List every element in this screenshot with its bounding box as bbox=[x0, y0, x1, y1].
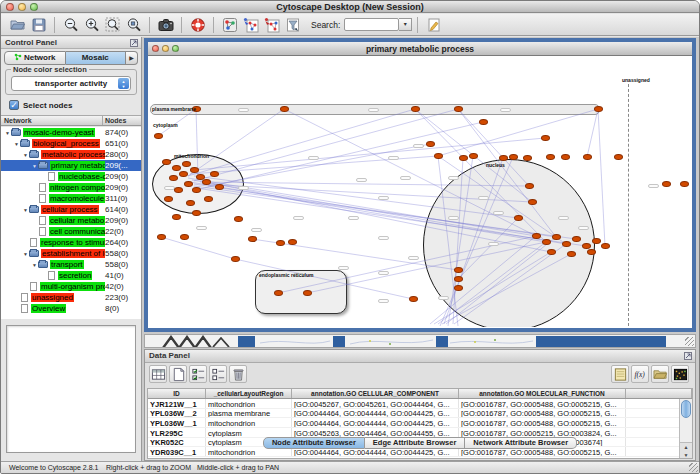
zoom-in-icon[interactable] bbox=[82, 15, 101, 34]
resize-grip-icon[interactable] bbox=[685, 337, 694, 346]
network-node[interactable] bbox=[479, 119, 488, 125]
network-node[interactable] bbox=[546, 154, 555, 160]
tab-edge-attribute-browser[interactable]: Edge Attribute Browser bbox=[365, 437, 465, 449]
network-node[interactable] bbox=[169, 175, 178, 181]
network-node[interactable] bbox=[454, 106, 463, 112]
matrix-icon[interactable] bbox=[671, 365, 689, 383]
table-cell[interactable]: [GO:0016787, GO:0005488, GO:0005215, G..… bbox=[459, 418, 626, 427]
network-node[interactable] bbox=[469, 153, 478, 159]
network-node[interactable] bbox=[184, 181, 193, 187]
network-node[interactable] bbox=[192, 187, 201, 193]
network-node[interactable] bbox=[274, 290, 283, 296]
expand-triangle-icon[interactable]: ▼ bbox=[31, 163, 38, 169]
network-node[interactable] bbox=[190, 167, 199, 173]
network-node[interactable] bbox=[154, 133, 163, 139]
network-node[interactable] bbox=[303, 290, 312, 296]
table-cell[interactable]: [GO:0045263, GO:0044464, GO:0044455, G..… bbox=[292, 428, 459, 437]
tab-network[interactable]: Network bbox=[4, 51, 66, 65]
table-cell[interactable]: YPL036W__1 bbox=[148, 418, 206, 427]
node-color-dropdown[interactable]: transporter activity ▲▼ bbox=[11, 76, 131, 91]
birdseye-view-panel[interactable] bbox=[6, 325, 136, 453]
tree-item-nitrogen-compo[interactable]: nitrogen compo209(0) bbox=[1, 182, 141, 193]
network-node[interactable] bbox=[180, 234, 189, 240]
table-row[interactable]: YPL036W__1mitochondrion[GO:0044464, GO:0… bbox=[148, 418, 692, 428]
network-node[interactable] bbox=[454, 276, 463, 282]
select-nodes-checkbox[interactable]: ✓ bbox=[9, 100, 19, 110]
search-dropdown-icon[interactable]: ▾ bbox=[399, 18, 412, 31]
network-node[interactable] bbox=[592, 238, 601, 244]
network-node[interactable] bbox=[210, 171, 219, 177]
network-node[interactable] bbox=[204, 196, 213, 202]
title-bar[interactable]: Cytoscape Desktop (New Session) bbox=[1, 1, 699, 13]
tree-column-network[interactable]: Network bbox=[1, 116, 103, 125]
network-node[interactable] bbox=[547, 249, 556, 255]
help-icon[interactable] bbox=[188, 15, 207, 34]
tree-item-overview[interactable]: Overview8(0) bbox=[1, 303, 141, 314]
background-windows-strip[interactable] bbox=[144, 334, 696, 348]
new-attr-icon[interactable] bbox=[169, 365, 187, 383]
network-node[interactable] bbox=[157, 234, 166, 240]
search-input[interactable] bbox=[344, 18, 399, 31]
network-node[interactable] bbox=[182, 161, 191, 167]
table-cell[interactable]: YJR121W__1 bbox=[148, 399, 206, 408]
table-cell[interactable]: YLR295C bbox=[148, 428, 206, 437]
float-panel-icon[interactable] bbox=[130, 39, 138, 47]
zoom-fit-icon[interactable] bbox=[124, 15, 143, 34]
network-node[interactable] bbox=[192, 210, 201, 216]
table-cell[interactable]: YPL036W__2 bbox=[148, 409, 206, 418]
tree-item-cell-communicat[interactable]: cell communicat22(0) bbox=[1, 226, 141, 237]
network-node[interactable] bbox=[234, 216, 243, 222]
unselect-attrs-icon[interactable] bbox=[209, 365, 227, 383]
network-node[interactable] bbox=[454, 285, 463, 291]
tree-item-response-to-stimulu[interactable]: response to stimulu264(0) bbox=[1, 237, 141, 248]
tree-item-macromolecule[interactable]: macromolecule311(0) bbox=[1, 193, 141, 204]
table-cell[interactable]: [GO:0044464, GO:0044444, GO:0044425, G..… bbox=[292, 409, 459, 418]
table-cell[interactable]: [GO:0016787, GO:0005488, GO:0005215, G..… bbox=[459, 399, 626, 408]
attr-table-icon[interactable] bbox=[149, 365, 167, 383]
network-node[interactable] bbox=[567, 251, 576, 257]
network-node[interactable] bbox=[514, 215, 523, 221]
network-link-icon[interactable] bbox=[241, 15, 260, 34]
table-column-header[interactable]: annotation.GO CELLULAR_COMPONENT bbox=[292, 389, 459, 398]
expand-triangle-icon[interactable]: ▼ bbox=[4, 130, 11, 136]
network-node[interactable] bbox=[614, 154, 623, 160]
network-node[interactable] bbox=[288, 239, 297, 245]
tree-item-cellular-process[interactable]: ▼cellular process614(0) bbox=[1, 204, 141, 215]
resize-grip-icon[interactable] bbox=[689, 463, 698, 472]
tab-node-attribute-browser[interactable]: Node Attribute Browser bbox=[263, 437, 365, 449]
table-column-header[interactable]: ID bbox=[148, 389, 206, 398]
save-icon[interactable] bbox=[29, 15, 48, 34]
table-row[interactable]: YJR121W__1mitochondrion[GO:0045267, GO:0… bbox=[148, 399, 692, 409]
tree-item-multi-organism-pro[interactable]: multi-organism pro42(0) bbox=[1, 281, 141, 292]
network-node[interactable] bbox=[202, 179, 211, 185]
vizmapper-icon[interactable] bbox=[220, 15, 239, 34]
tab-overflow-icon[interactable]: ▶ bbox=[126, 51, 138, 65]
network-node[interactable] bbox=[662, 181, 671, 187]
tree-item-secretion[interactable]: secretion41(0) bbox=[1, 270, 141, 281]
scrollbar-thumb[interactable] bbox=[681, 400, 691, 418]
network-node[interactable] bbox=[179, 171, 188, 177]
table-column-header[interactable]: annotation.GO MOLECULAR_FUNCTION bbox=[459, 389, 626, 398]
network-node[interactable] bbox=[562, 241, 571, 247]
tree-item-metabolic-process[interactable]: ▼metabolic process280(0) bbox=[1, 149, 141, 160]
network-node[interactable] bbox=[583, 154, 592, 160]
tree-item-establishment-of-lo[interactable]: ▼establishment of lo558(0) bbox=[1, 248, 141, 259]
network-node[interactable] bbox=[231, 256, 240, 262]
network-node[interactable] bbox=[411, 106, 420, 112]
network-copy-icon[interactable] bbox=[262, 15, 281, 34]
minimize-icon[interactable] bbox=[162, 45, 169, 52]
network-view-titlebar[interactable]: primary metabolic process bbox=[148, 42, 692, 56]
table-row[interactable]: YPL036W__2plasma membrane[GO:0044464, GO… bbox=[148, 409, 692, 419]
zoom-selected-icon[interactable] bbox=[103, 15, 122, 34]
snapshot-icon[interactable] bbox=[156, 15, 175, 34]
network-node[interactable] bbox=[541, 135, 550, 141]
network-node[interactable] bbox=[426, 141, 435, 147]
network-node[interactable] bbox=[499, 155, 508, 161]
network-node[interactable] bbox=[525, 183, 534, 189]
table-cell[interactable]: cytoplasm bbox=[206, 428, 292, 437]
tree-column-nodes[interactable]: Nodes bbox=[103, 116, 141, 125]
network-node[interactable] bbox=[174, 187, 183, 193]
network-node[interactable] bbox=[587, 249, 596, 255]
tab-network-attribute-browser[interactable]: Network Attribute Browser bbox=[465, 437, 577, 449]
network-node[interactable] bbox=[276, 240, 285, 246]
